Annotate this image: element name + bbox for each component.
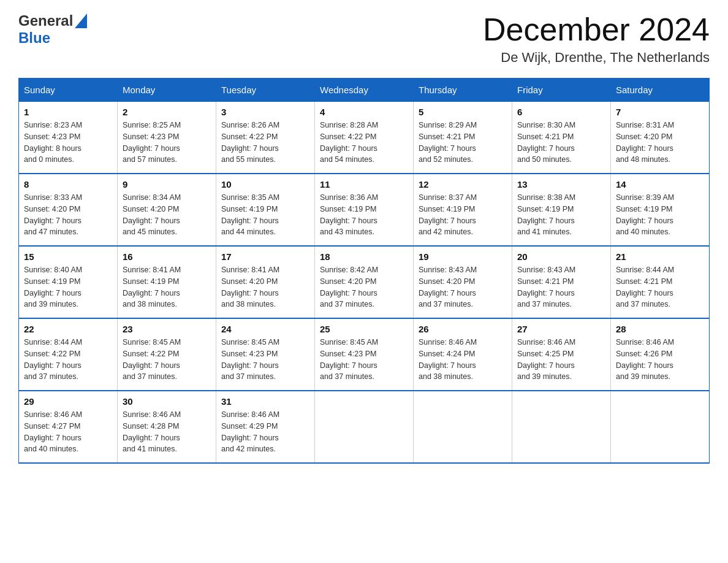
day-number: 1 <box>24 107 112 117</box>
day-number: 13 <box>517 179 605 190</box>
calendar-cell: 26Sunrise: 8:46 AM Sunset: 4:24 PM Dayli… <box>414 318 512 391</box>
day-info: Sunrise: 8:40 AM Sunset: 4:19 PM Dayligh… <box>24 264 112 310</box>
calendar-cell: 13Sunrise: 8:38 AM Sunset: 4:19 PM Dayli… <box>512 174 611 246</box>
day-number: 3 <box>221 107 309 117</box>
calendar-week-row: 22Sunrise: 8:44 AM Sunset: 4:22 PM Dayli… <box>19 318 710 391</box>
calendar-cell: 19Sunrise: 8:43 AM Sunset: 4:20 PM Dayli… <box>414 246 512 318</box>
day-info: Sunrise: 8:23 AM Sunset: 4:23 PM Dayligh… <box>24 120 112 166</box>
day-number: 29 <box>24 396 112 407</box>
calendar-cell: 1Sunrise: 8:23 AM Sunset: 4:23 PM Daylig… <box>19 102 118 174</box>
day-info: Sunrise: 8:28 AM Sunset: 4:22 PM Dayligh… <box>320 120 408 166</box>
calendar-week-row: 15Sunrise: 8:40 AM Sunset: 4:19 PM Dayli… <box>19 246 710 318</box>
day-info: Sunrise: 8:46 AM Sunset: 4:26 PM Dayligh… <box>616 337 704 383</box>
day-info: Sunrise: 8:35 AM Sunset: 4:19 PM Dayligh… <box>221 192 309 238</box>
month-title: December 2024 <box>483 12 710 47</box>
day-number: 6 <box>517 107 605 117</box>
calendar-cell: 21Sunrise: 8:44 AM Sunset: 4:21 PM Dayli… <box>611 246 710 318</box>
day-info: Sunrise: 8:41 AM Sunset: 4:20 PM Dayligh… <box>221 264 309 310</box>
day-info: Sunrise: 8:43 AM Sunset: 4:20 PM Dayligh… <box>419 264 507 310</box>
calendar-cell: 31Sunrise: 8:46 AM Sunset: 4:29 PM Dayli… <box>216 391 315 463</box>
calendar-cell: 2Sunrise: 8:25 AM Sunset: 4:23 PM Daylig… <box>118 102 216 174</box>
day-info: Sunrise: 8:26 AM Sunset: 4:22 PM Dayligh… <box>221 120 309 166</box>
calendar-header-tuesday: Tuesday <box>216 79 315 102</box>
day-number: 20 <box>517 251 605 262</box>
logo-triangle-icon <box>75 13 87 28</box>
calendar-cell: 11Sunrise: 8:36 AM Sunset: 4:19 PM Dayli… <box>315 174 414 246</box>
day-number: 7 <box>616 107 704 117</box>
day-number: 28 <box>616 324 704 334</box>
day-info: Sunrise: 8:45 AM Sunset: 4:23 PM Dayligh… <box>221 337 309 383</box>
day-number: 21 <box>616 251 704 262</box>
day-number: 11 <box>320 179 408 190</box>
calendar-cell: 14Sunrise: 8:39 AM Sunset: 4:19 PM Dayli… <box>611 174 710 246</box>
calendar-week-row: 1Sunrise: 8:23 AM Sunset: 4:23 PM Daylig… <box>19 102 710 174</box>
page-header: General Blue December 2024 De Wijk, Dren… <box>18 12 710 66</box>
calendar-cell <box>414 391 512 463</box>
calendar-header-row: SundayMondayTuesdayWednesdayThursdayFrid… <box>19 79 710 102</box>
day-number: 2 <box>123 107 211 117</box>
calendar-cell: 17Sunrise: 8:41 AM Sunset: 4:20 PM Dayli… <box>216 246 315 318</box>
calendar-cell: 9Sunrise: 8:34 AM Sunset: 4:20 PM Daylig… <box>118 174 216 246</box>
calendar-cell: 3Sunrise: 8:26 AM Sunset: 4:22 PM Daylig… <box>216 102 315 174</box>
day-info: Sunrise: 8:30 AM Sunset: 4:21 PM Dayligh… <box>517 120 605 166</box>
day-number: 15 <box>24 251 112 262</box>
day-info: Sunrise: 8:37 AM Sunset: 4:19 PM Dayligh… <box>419 192 507 238</box>
day-info: Sunrise: 8:42 AM Sunset: 4:20 PM Dayligh… <box>320 264 408 310</box>
title-block: December 2024 De Wijk, Drenthe, The Neth… <box>483 12 710 66</box>
calendar-cell: 29Sunrise: 8:46 AM Sunset: 4:27 PM Dayli… <box>19 391 118 463</box>
day-number: 30 <box>123 396 211 407</box>
day-number: 5 <box>419 107 507 117</box>
svg-marker-0 <box>75 13 87 28</box>
day-number: 18 <box>320 251 408 262</box>
day-info: Sunrise: 8:34 AM Sunset: 4:20 PM Dayligh… <box>123 192 211 238</box>
day-info: Sunrise: 8:46 AM Sunset: 4:27 PM Dayligh… <box>24 409 112 455</box>
day-info: Sunrise: 8:39 AM Sunset: 4:19 PM Dayligh… <box>616 192 704 238</box>
calendar-week-row: 8Sunrise: 8:33 AM Sunset: 4:20 PM Daylig… <box>19 174 710 246</box>
day-info: Sunrise: 8:46 AM Sunset: 4:25 PM Dayligh… <box>517 337 605 383</box>
calendar-cell: 23Sunrise: 8:45 AM Sunset: 4:22 PM Dayli… <box>118 318 216 391</box>
logo-general-text: General <box>18 12 73 29</box>
calendar-table: SundayMondayTuesdayWednesdayThursdayFrid… <box>18 78 710 464</box>
day-info: Sunrise: 8:33 AM Sunset: 4:20 PM Dayligh… <box>24 192 112 238</box>
day-info: Sunrise: 8:46 AM Sunset: 4:29 PM Dayligh… <box>221 409 309 455</box>
calendar-cell: 6Sunrise: 8:30 AM Sunset: 4:21 PM Daylig… <box>512 102 611 174</box>
day-number: 27 <box>517 324 605 334</box>
calendar-cell: 18Sunrise: 8:42 AM Sunset: 4:20 PM Dayli… <box>315 246 414 318</box>
calendar-cell: 25Sunrise: 8:45 AM Sunset: 4:23 PM Dayli… <box>315 318 414 391</box>
calendar-cell <box>611 391 710 463</box>
calendar-header-wednesday: Wednesday <box>315 79 414 102</box>
calendar-cell: 30Sunrise: 8:46 AM Sunset: 4:28 PM Dayli… <box>118 391 216 463</box>
calendar-header-saturday: Saturday <box>611 79 710 102</box>
calendar-cell: 4Sunrise: 8:28 AM Sunset: 4:22 PM Daylig… <box>315 102 414 174</box>
calendar-cell: 27Sunrise: 8:46 AM Sunset: 4:25 PM Dayli… <box>512 318 611 391</box>
calendar-header-monday: Monday <box>118 79 216 102</box>
day-number: 23 <box>123 324 211 334</box>
calendar-header-thursday: Thursday <box>414 79 512 102</box>
day-info: Sunrise: 8:38 AM Sunset: 4:19 PM Dayligh… <box>517 192 605 238</box>
calendar-header-sunday: Sunday <box>19 79 118 102</box>
calendar-cell: 10Sunrise: 8:35 AM Sunset: 4:19 PM Dayli… <box>216 174 315 246</box>
day-number: 10 <box>221 179 309 190</box>
day-info: Sunrise: 8:29 AM Sunset: 4:21 PM Dayligh… <box>419 120 507 166</box>
calendar-cell: 5Sunrise: 8:29 AM Sunset: 4:21 PM Daylig… <box>414 102 512 174</box>
day-info: Sunrise: 8:43 AM Sunset: 4:21 PM Dayligh… <box>517 264 605 310</box>
calendar-cell: 12Sunrise: 8:37 AM Sunset: 4:19 PM Dayli… <box>414 174 512 246</box>
day-number: 19 <box>419 251 507 262</box>
logo: General Blue <box>18 12 87 47</box>
calendar-week-row: 29Sunrise: 8:46 AM Sunset: 4:27 PM Dayli… <box>19 391 710 463</box>
day-number: 26 <box>419 324 507 334</box>
day-info: Sunrise: 8:45 AM Sunset: 4:22 PM Dayligh… <box>123 337 211 383</box>
day-number: 16 <box>123 251 211 262</box>
day-info: Sunrise: 8:46 AM Sunset: 4:24 PM Dayligh… <box>419 337 507 383</box>
location-title: De Wijk, Drenthe, The Netherlands <box>483 50 710 66</box>
day-number: 24 <box>221 324 309 334</box>
calendar-cell <box>512 391 611 463</box>
day-number: 14 <box>616 179 704 190</box>
calendar-cell: 28Sunrise: 8:46 AM Sunset: 4:26 PM Dayli… <box>611 318 710 391</box>
day-info: Sunrise: 8:46 AM Sunset: 4:28 PM Dayligh… <box>123 409 211 455</box>
day-info: Sunrise: 8:44 AM Sunset: 4:22 PM Dayligh… <box>24 337 112 383</box>
calendar-cell <box>315 391 414 463</box>
day-info: Sunrise: 8:44 AM Sunset: 4:21 PM Dayligh… <box>616 264 704 310</box>
day-info: Sunrise: 8:45 AM Sunset: 4:23 PM Dayligh… <box>320 337 408 383</box>
calendar-cell: 8Sunrise: 8:33 AM Sunset: 4:20 PM Daylig… <box>19 174 118 246</box>
